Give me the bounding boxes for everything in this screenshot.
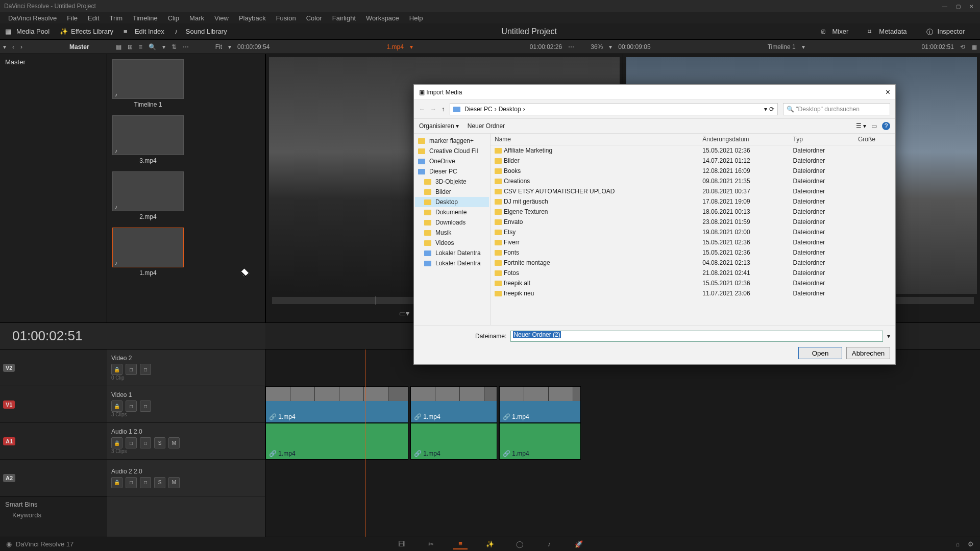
track-button[interactable]: □ [126, 437, 137, 448]
track-index[interactable]: A2 [0, 460, 107, 496]
clip-thumbnail[interactable]: 3.mp4 [112, 115, 184, 164]
video-clip[interactable]: 🔗 1.mp4 [499, 386, 581, 423]
metadata-button[interactable]: ⌗Metadata [868, 28, 906, 36]
tree-item[interactable]: Videos [415, 238, 489, 248]
src-mark-in-icon[interactable]: ▭▾ [399, 309, 409, 317]
column-header[interactable]: Größe [854, 134, 895, 145]
track-button[interactable]: □ [140, 400, 151, 412]
tree-item[interactable]: Desktop [415, 197, 489, 207]
menu-fusion[interactable]: Fusion [271, 14, 301, 22]
track-button[interactable]: 🔒 [111, 437, 122, 448]
path-dropdown-icon[interactable]: ▾ [764, 106, 767, 113]
column-header[interactable]: Änderungsdatum [698, 134, 789, 145]
track-index[interactable]: A1 [0, 423, 107, 460]
tree-item[interactable]: marker flaggen+ [415, 136, 489, 146]
refresh-icon[interactable]: ⟳ [769, 106, 774, 113]
video-clip[interactable]: 🔗 1.mp4 [265, 386, 408, 423]
search-box[interactable]: 🔍 "Desktop" durchsuchen [783, 103, 890, 115]
page-tab[interactable]: ✂ [424, 539, 438, 549]
home-icon[interactable]: ⌂ [955, 540, 960, 548]
src-fit[interactable]: Fit [212, 43, 225, 51]
track-index[interactable]: V1 [0, 386, 107, 423]
filename-dropdown-icon[interactable]: ▾ [887, 333, 890, 340]
file-list[interactable]: NameÄnderungsdatumTypGröße Affiliate Mar… [491, 134, 895, 325]
edit-index-button[interactable]: ≡Edit Index [124, 28, 164, 36]
media-pool-button[interactable]: ▦Media Pool [5, 28, 50, 36]
page-tab[interactable]: 🚀 [572, 539, 586, 549]
file-row[interactable]: Bilder14.07.2021 01:12Dateiordner [491, 156, 895, 166]
track-button[interactable]: □ [126, 477, 137, 488]
file-row[interactable]: Fonts15.05.2021 02:36Dateiordner [491, 247, 895, 258]
file-row[interactable]: Envato23.08.2021 01:59Dateiordner [491, 217, 895, 227]
project-settings-icon[interactable]: ⚙ [968, 540, 974, 548]
menu-clip[interactable]: Clip [163, 14, 184, 22]
timeline-timecode[interactable]: 01:00:02:51 [0, 328, 265, 344]
menu-workspace[interactable]: Workspace [361, 14, 404, 22]
track-button[interactable]: □ [140, 437, 151, 448]
track-header[interactable]: Video 1🔒□□3 Clips [107, 386, 265, 423]
filename-input[interactable]: Neuer Ordner (2) [510, 331, 883, 342]
file-row[interactable]: Eigene Texturen18.06.2021 00:13Dateiordn… [491, 207, 895, 217]
track-button[interactable]: S [154, 437, 165, 448]
nav-forward-icon[interactable]: → [430, 106, 436, 113]
track-button[interactable]: □ [140, 477, 151, 488]
nav-fwd-icon[interactable]: › [17, 43, 26, 51]
organize-button[interactable]: Organisieren ▾ [419, 122, 459, 130]
minimize-icon[interactable]: — [940, 3, 949, 10]
file-row[interactable]: CSV ETSY AUTOMATISCHER UPLOAD20.08.2021 … [491, 186, 895, 196]
file-row[interactable]: Creations09.08.2021 21:35Dateiordner [491, 176, 895, 186]
file-row[interactable]: DJ mit geräusch17.08.2021 19:09Dateiordn… [491, 196, 895, 207]
menu-edit[interactable]: Edit [83, 14, 104, 22]
nav-up-icon[interactable]: ↑ [442, 106, 445, 113]
src-clip-name[interactable]: 1.mp4 [383, 43, 406, 51]
file-row[interactable]: Fotos21.08.2021 02:41Dateiordner [491, 268, 895, 278]
audio-clip[interactable]: 🔗 1.mp4 [410, 423, 497, 460]
tree-item[interactable]: 3D-Objekte [415, 177, 489, 187]
page-tab[interactable]: ✨ [483, 539, 497, 549]
track-header[interactable]: Audio 2 2.0🔒□□SM [107, 460, 265, 496]
page-tab[interactable]: ♪ [542, 539, 556, 549]
tree-item[interactable]: Creative Cloud Fil [415, 146, 489, 156]
audio-clip[interactable]: 🔗 1.mp4 [499, 423, 581, 460]
effects-library-button[interactable]: ✨Effects Library [60, 28, 113, 36]
menu-view[interactable]: View [209, 14, 234, 22]
tree-item[interactable]: Lokaler Datentra [415, 258, 489, 268]
timeline-name[interactable]: Timeline 1 [765, 43, 799, 51]
menu-file[interactable]: File [62, 14, 83, 22]
video-clip[interactable]: 🔗 1.mp4 [410, 386, 497, 423]
dialog-close-button[interactable]: × [886, 88, 890, 97]
nav-back-icon[interactable]: ← [419, 106, 425, 113]
view-mode-button[interactable]: ☰ [856, 122, 862, 130]
track-button[interactable]: 🔒 [111, 400, 122, 412]
nav-back-icon[interactable]: ‹ [9, 43, 17, 51]
page-tab[interactable]: 🎞 [394, 539, 408, 549]
folder-tree[interactable]: marker flaggen+Creative Cloud FilOneDriv… [414, 134, 491, 325]
clip-grid[interactable]: Timeline 13.mp42.mp41.mp4 [107, 54, 265, 322]
view-thumbs-icon[interactable]: ▦ [113, 43, 125, 51]
smart-bin-keywords[interactable]: Keywords [5, 511, 102, 519]
file-row[interactable]: Fortnite montage04.08.2021 02:13Dateiord… [491, 258, 895, 268]
bypass-icon[interactable]: ⟲ [957, 43, 968, 51]
file-row[interactable]: freepik alt15.05.2021 02:36Dateiordner [491, 278, 895, 288]
preview-pane-button[interactable]: ▭ [871, 122, 877, 130]
sound-library-button[interactable]: ♪Sound Library [175, 28, 227, 36]
timeline-content[interactable]: 🔗 1.mp4 🔗 1.mp4 🔗 1.mp4 🔗 1.mp4 🔗 1.mp4 … [265, 349, 980, 537]
track-button[interactable]: □ [126, 364, 137, 375]
playhead[interactable] [365, 349, 365, 537]
page-tab[interactable]: ◯ [512, 539, 527, 549]
menu-playback[interactable]: Playback [234, 14, 271, 22]
track-index[interactable]: V2 [0, 349, 107, 386]
sort-icon[interactable]: ⇅ [168, 43, 180, 51]
file-row[interactable]: Books12.08.2021 16:09Dateiordner [491, 166, 895, 176]
track-header[interactable]: Video 2🔒□□0 Clip [107, 349, 265, 386]
clip-thumbnail[interactable]: 1.mp4 [112, 228, 184, 277]
tree-item[interactable]: Downloads [415, 217, 489, 228]
column-header[interactable]: Name [491, 134, 698, 145]
tree-item[interactable]: OneDrive [415, 156, 489, 166]
inspector-button[interactable]: ⓘInspector [926, 28, 965, 36]
tree-item[interactable]: Musik [415, 228, 489, 238]
track-button[interactable]: S [154, 477, 165, 488]
view-grid-icon[interactable]: ⊞ [125, 43, 136, 51]
file-row[interactable]: freepik neu11.07.2021 23:06Dateiordner [491, 288, 895, 298]
file-row[interactable]: Etsy19.08.2021 02:00Dateiordner [491, 227, 895, 237]
